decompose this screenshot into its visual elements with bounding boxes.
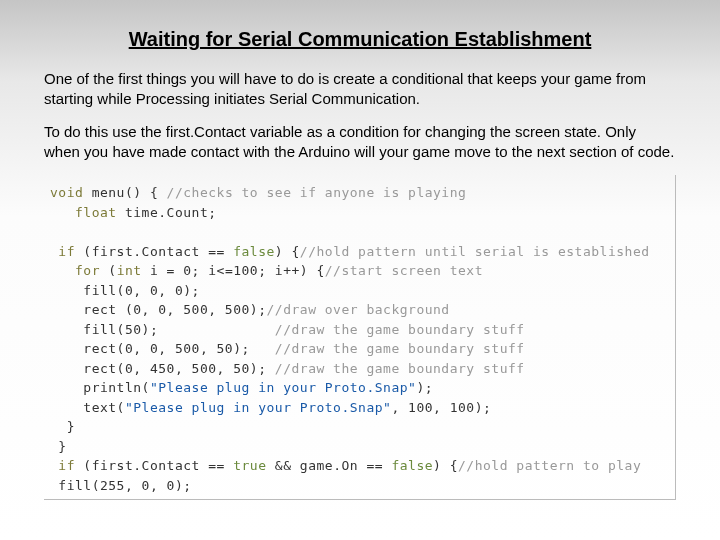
code-text: fill(50);: [50, 322, 275, 337]
code-text: println(: [50, 380, 150, 395]
code-text: fill(0, 0, 0);: [50, 283, 200, 298]
code-text: i = 0; i<=100; i++) {: [142, 263, 325, 278]
code-text: text(: [50, 400, 125, 415]
code-text: ) {: [433, 458, 458, 473]
code-text: rect (0, 0, 500, 500);: [50, 302, 267, 317]
code-text: , 100, 100);: [391, 400, 491, 415]
code-text: rect(0, 450, 500, 50);: [50, 361, 275, 376]
code-keyword: void: [50, 185, 83, 200]
slide-title: Waiting for Serial Communication Establi…: [44, 28, 676, 51]
code-literal: true: [233, 458, 266, 473]
code-comment: //hold pattern to play: [458, 458, 641, 473]
code-text: ) {: [275, 244, 300, 259]
code-keyword: int: [117, 263, 142, 278]
code-keyword: if: [50, 458, 75, 473]
code-text: (first.Contact ==: [75, 244, 233, 259]
code-string: "Please plug in your Proto.Snap": [125, 400, 391, 415]
code-literal: false: [391, 458, 433, 473]
intro-paragraph-1: One of the first things you will have to…: [44, 69, 676, 108]
code-comment: //draw the game boundary stuff: [275, 361, 525, 376]
code-keyword: if: [50, 244, 75, 259]
code-comment: //start screen text: [325, 263, 483, 278]
code-keyword: float: [50, 205, 117, 220]
code-comment: //checks to see if anyone is playing: [167, 185, 467, 200]
code-text: fill(255, 0, 0);: [50, 478, 192, 493]
code-string: "Please plug in your Proto.Snap": [150, 380, 416, 395]
code-text: );: [416, 380, 433, 395]
code-text: menu() {: [83, 185, 166, 200]
code-text: }: [50, 419, 75, 434]
code-text: rect(0, 0, 500, 50);: [50, 341, 275, 356]
code-comment: //draw the game boundary stuff: [275, 322, 525, 337]
code-keyword: for: [50, 263, 100, 278]
code-text: && game.On ==: [267, 458, 392, 473]
slide: Waiting for Serial Communication Establi…: [0, 0, 720, 540]
code-text: (: [100, 263, 117, 278]
code-text: (first.Contact ==: [75, 458, 233, 473]
intro-paragraph-2: To do this use the first.Contact variabl…: [44, 122, 676, 161]
code-text: time.Count;: [117, 205, 217, 220]
code-comment: //draw over background: [267, 302, 450, 317]
code-comment: //draw the game boundary stuff: [275, 341, 525, 356]
code-literal: false: [233, 244, 275, 259]
code-comment: //hold pattern until serial is establish…: [300, 244, 650, 259]
code-snippet: void menu() { //checks to see if anyone …: [44, 175, 676, 500]
code-text: }: [50, 439, 67, 454]
